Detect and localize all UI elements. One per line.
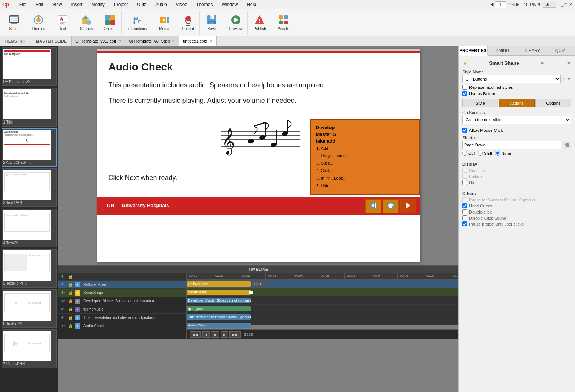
pause-project-checkbox[interactable]	[462, 221, 467, 226]
track-lock-dev[interactable]: 🔒	[67, 298, 73, 304]
timeline-goto-end[interactable]: ▶▶	[229, 331, 241, 338]
menu-window[interactable]: Window	[219, 1, 240, 8]
shortcut-delete-btn[interactable]: 🗑	[563, 141, 571, 149]
preview-button[interactable]: Preview	[227, 13, 245, 32]
action-tab-style[interactable]: Style	[462, 99, 498, 107]
prop-tab-quiz[interactable]: QUIZ	[546, 46, 575, 55]
hand-cursor-checkbox[interactable]	[462, 203, 467, 208]
bar-tpimg[interactable]: tplImgMusic	[187, 306, 251, 311]
minimize-btn[interactable]: ⎯	[561, 2, 563, 7]
track-eye-rollover[interactable]: 👁	[60, 282, 66, 288]
close-btn[interactable]: ✕	[569, 2, 573, 7]
shift-radio[interactable]	[478, 151, 483, 156]
timeline-step-forward[interactable]: ▸	[221, 331, 228, 338]
next-slide-icon[interactable]: ▶	[516, 2, 519, 7]
themes-button[interactable]: Themes	[30, 13, 47, 32]
replace-styles-checkbox[interactable]	[462, 85, 467, 90]
prop-tab-library[interactable]: LIBRARY	[517, 46, 546, 55]
file-tab-0[interactable]: UHTemplate_v9.1.cptl ✕	[72, 36, 125, 46]
menu-quiz[interactable]: Quiz	[135, 1, 148, 8]
filmstrip-thumb-1[interactable]: Double click to add title Click to add t…	[2, 88, 57, 127]
track-lock-ac[interactable]: 🔒	[67, 323, 73, 329]
file-tab-2-close[interactable]: ✕	[210, 39, 213, 43]
file-tab-2[interactable]: untitled1.cptx ✕	[179, 36, 217, 46]
prop-tab-timing[interactable]: TIMING	[488, 46, 517, 55]
save-button[interactable]: Save	[203, 13, 220, 32]
none-radio[interactable]	[495, 151, 500, 156]
bar-smart[interactable]: SmartShape	[187, 290, 251, 295]
menu-modify[interactable]: Modify	[89, 1, 107, 8]
shortcut-input[interactable]	[462, 141, 561, 149]
menu-project[interactable]: Project	[112, 1, 130, 8]
bar-rollover[interactable]: Rollover Area	[187, 281, 251, 287]
track-lock-tpimg[interactable]: 🔒	[67, 307, 73, 313]
filmstrip-thumb-7[interactable]: ▶Click to add text 7 Video-PHN	[2, 329, 57, 368]
track-row-developer[interactable]: 👁 🔒 ▪ Developer: Master Slides cannot co…	[58, 297, 186, 305]
action-tab-options[interactable]: Options	[535, 99, 571, 107]
track-eye-tpimg[interactable]: 👁	[60, 307, 66, 313]
track-row-rollover[interactable]: 👁 🔒 ■ Rollover Area	[58, 281, 186, 289]
allow-mouse-click-checkbox[interactable]	[462, 128, 467, 133]
track-eye-smart[interactable]: 👁	[60, 290, 66, 296]
menu-view[interactable]: View	[50, 1, 64, 8]
track-row-audiocheck[interactable]: 👁 🔒 T Audio Check	[58, 322, 186, 330]
disable-click-sound-checkbox[interactable]	[462, 215, 467, 220]
style-expand-icon[interactable]: ▼	[567, 76, 571, 82]
style-name-select[interactable]: UH Buttons	[462, 75, 561, 83]
menu-audio[interactable]: Audio	[153, 1, 169, 8]
menu-video[interactable]: Video	[174, 1, 190, 8]
track-eye-ac[interactable]: 👁	[60, 323, 66, 329]
publish-button[interactable]: Publish	[251, 13, 268, 32]
file-tab-0-close[interactable]: ✕	[118, 39, 121, 43]
filmstrip-thumb-3[interactable]: Type the caption text here... 3 Text-PHN	[2, 168, 57, 207]
interactions-button[interactable]: Interactions	[125, 13, 149, 32]
ctrl-radio[interactable]	[462, 151, 467, 156]
filmstrip-tab[interactable]: FILMSTRIP	[0, 36, 31, 46]
filmstrip-thumb-5[interactable]: Type the caption... 5 TextPic-PHN	[2, 249, 57, 288]
track-row-smart[interactable]: 👁 🔒 ★ SmartShape	[58, 289, 186, 297]
objects-button[interactable]: Objects	[102, 13, 118, 32]
menu-help[interactable]: Help	[245, 1, 258, 8]
shapes-button[interactable]: Shapes	[78, 13, 95, 32]
menu-file[interactable]: File	[17, 1, 29, 8]
timeline-step-back[interactable]: ◂	[202, 331, 210, 338]
slides-button[interactable]: Slides	[6, 13, 23, 32]
double-click-checkbox[interactable]	[462, 209, 467, 214]
zoom-dropdown-icon[interactable]: ▼	[537, 2, 541, 6]
maximize-btn[interactable]: □	[565, 2, 567, 7]
footer-home-icon[interactable]	[383, 199, 399, 213]
track-lock-text[interactable]: 🔒	[67, 315, 73, 321]
track-eye-dev[interactable]: 👁	[60, 298, 66, 304]
track-row-text[interactable]: 👁 🔒 T This presentation includes audio. …	[58, 314, 186, 322]
filmstrip-thumb-4[interactable]: Type the caption text here... 4 Text-PH	[2, 209, 57, 247]
record-button[interactable]: Record	[180, 13, 196, 32]
timeline-play[interactable]: ▶	[211, 331, 219, 338]
filmstrip-thumb-6[interactable]: ●Click to add text 6 TexPic-PH	[2, 289, 57, 328]
track-lock-rollover[interactable]: 🔒	[67, 282, 73, 288]
bar-developer[interactable]: Developer: Master Slides cannot contain …	[187, 298, 251, 303]
filmstrip-thumb-0[interactable]: UH Template UHTemplate_v9	[2, 47, 57, 86]
action-tab-actions[interactable]: Actions	[499, 99, 535, 107]
file-tab-1[interactable]: UHTemplate_v8.7.cptl ✕	[125, 36, 179, 46]
slide-number-input[interactable]	[495, 1, 506, 8]
menu-edit[interactable]: Edit	[33, 1, 46, 8]
bar-text[interactable]: This presentation includes audio. Speake…	[187, 314, 251, 320]
menu-insert[interactable]: Insert	[69, 1, 85, 8]
use-as-button-checkbox[interactable]	[462, 91, 467, 96]
display-hint-checkbox[interactable]	[462, 180, 467, 185]
assets-button[interactable]: Assets	[275, 13, 292, 32]
footer-next-icon[interactable]	[400, 199, 416, 213]
on-success-select[interactable]: Go to the next slide	[462, 116, 571, 124]
style-menu-icon[interactable]: ≡	[562, 76, 565, 82]
track-row-tpimg[interactable]: 👁 🔒 ● tplImgMusic	[58, 305, 186, 314]
master-slide-tab[interactable]: MASTER SLIDE	[31, 36, 72, 46]
user-menu[interactable]: Jeff	[543, 2, 556, 8]
text-button[interactable]: A Text	[54, 13, 71, 32]
filmstrip-thumb-2[interactable]: Audio Check This presentation includes a…	[2, 128, 57, 167]
prop-expand-icon[interactable]: ▼	[567, 61, 571, 66]
prop-menu-icon[interactable]: ≡	[541, 60, 544, 66]
bar-ac[interactable]: Audio Check	[187, 323, 251, 328]
track-eye-text[interactable]: 👁	[60, 315, 66, 321]
media-button[interactable]: Media	[156, 13, 173, 32]
prop-tab-properties[interactable]: PROPERTIES	[459, 46, 488, 56]
